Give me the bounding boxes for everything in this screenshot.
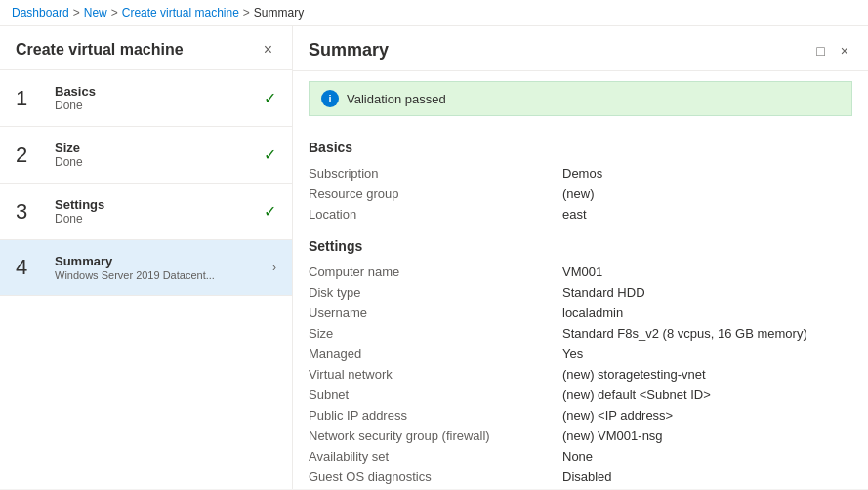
value-resource-group: (new) <box>562 186 595 201</box>
label-username: Username <box>309 306 562 320</box>
basics-table: Subscription Demos Resource group (new) … <box>309 163 852 225</box>
table-row: Network security group (firewall) (new) … <box>309 426 852 446</box>
breadcrumb-summary: Summary <box>254 6 304 20</box>
table-row: Resource group (new) <box>309 184 852 204</box>
label-resource-group: Resource group <box>309 186 562 201</box>
value-availability-set: None <box>562 449 593 464</box>
step-item-1[interactable]: 1 Basics Done ✓ <box>0 70 292 127</box>
step-number-4: 4 <box>16 255 47 280</box>
label-managed: Managed <box>309 347 562 361</box>
main-container: Create virtual machine × 1 Basics Done ✓… <box>0 26 868 489</box>
step-subtitle-4: Windows Server 2019 Datacent... <box>55 269 265 281</box>
step-name-1: Basics <box>55 84 256 99</box>
step-status-1: Done <box>55 99 256 112</box>
breadcrumb-sep-2: > <box>111 6 118 20</box>
table-row: Virtual network (new) storagetesting-vne… <box>309 364 852 385</box>
summary-content: Basics Subscription Demos Resource group… <box>293 126 868 489</box>
step-check-3: ✓ <box>264 202 276 221</box>
value-virtual-network: (new) storagetesting-vnet <box>562 367 706 382</box>
step-check-1: ✓ <box>264 89 276 107</box>
table-row: Subnet (new) default <Subnet ID> <box>309 385 852 405</box>
value-disk-type: Standard HDD <box>562 285 645 300</box>
table-row: Guest OS diagnostics Disabled <box>309 467 852 487</box>
label-size: Size <box>309 326 562 341</box>
validation-text: Validation passed <box>347 92 446 106</box>
step-chevron-4: › <box>272 261 276 274</box>
step-name-4: Summary <box>55 254 265 268</box>
wizard-title: Create virtual machine <box>16 41 184 59</box>
step-content-4: Summary Windows Server 2019 Datacent... <box>55 254 265 281</box>
label-subscription: Subscription <box>309 166 562 181</box>
section-title-settings: Settings <box>309 238 852 254</box>
step-name-2: Size <box>55 141 256 155</box>
table-row: Public IP address (new) <IP address> <box>309 405 852 426</box>
label-virtual-network: Virtual network <box>309 367 562 382</box>
value-username: localadmin <box>562 306 623 320</box>
value-public-ip: (new) <IP address> <box>562 408 673 423</box>
breadcrumb-new[interactable]: New <box>84 6 107 20</box>
step-list: 1 Basics Done ✓ 2 Size Done ✓ 3 <box>0 70 292 489</box>
wizard-close-button[interactable]: × <box>260 40 276 60</box>
value-size: Standard F8s_v2 (8 vcpus, 16 GB memory) <box>562 326 807 341</box>
table-row: Location east <box>309 204 852 225</box>
label-location: Location <box>309 207 562 222</box>
label-availability-set: Availability set <box>309 449 562 464</box>
breadcrumb-create-vm[interactable]: Create virtual machine <box>122 6 239 20</box>
step-check-2: ✓ <box>264 145 276 164</box>
close-button[interactable]: × <box>837 41 852 61</box>
table-row: Boot diagnostics Enabled <box>309 487 852 489</box>
value-managed: Yes <box>562 347 583 361</box>
label-guest-os: Guest OS diagnostics <box>309 470 562 484</box>
settings-table: Computer name VM001 Disk type Standard H… <box>309 262 852 489</box>
label-disk-type: Disk type <box>309 285 562 300</box>
table-row: Availability set None <box>309 446 852 467</box>
value-nsg: (new) VM001-nsg <box>562 429 663 443</box>
value-location: east <box>562 207 587 222</box>
table-row: Username localadmin <box>309 303 852 323</box>
right-header: Summary □ × <box>293 26 868 71</box>
left-panel: Create virtual machine × 1 Basics Done ✓… <box>0 26 293 489</box>
value-subscription: Demos <box>562 166 602 181</box>
summary-title: Summary <box>309 40 389 61</box>
step-number-2: 2 <box>16 143 47 168</box>
label-nsg: Network security group (firewall) <box>309 429 562 443</box>
value-subnet: (new) default <Subnet ID> <box>562 388 711 402</box>
right-header-icons: □ × <box>812 41 852 61</box>
table-row: Computer name VM001 <box>309 262 852 282</box>
step-status-2: Done <box>55 155 256 169</box>
section-title-basics: Basics <box>309 140 852 155</box>
step-content-1: Basics Done <box>55 84 256 112</box>
label-computer-name: Computer name <box>309 265 562 279</box>
label-public-ip: Public IP address <box>309 408 562 423</box>
step-item-3[interactable]: 3 Settings Done ✓ <box>0 184 292 240</box>
table-row: Subscription Demos <box>309 163 852 184</box>
table-row: Disk type Standard HDD <box>309 282 852 303</box>
step-number-1: 1 <box>16 86 47 111</box>
step-status-3: Done <box>55 212 256 225</box>
validation-bar: i Validation passed <box>309 81 852 116</box>
right-panel: Summary □ × i Validation passed Basics S… <box>293 26 868 489</box>
value-computer-name: VM001 <box>562 265 602 279</box>
value-guest-os: Disabled <box>562 470 612 484</box>
breadcrumb-sep-3: > <box>243 6 250 20</box>
table-row: Size Standard F8s_v2 (8 vcpus, 16 GB mem… <box>309 323 852 344</box>
info-icon: i <box>321 90 339 107</box>
maximize-button[interactable]: □ <box>812 41 828 61</box>
step-name-3: Settings <box>55 197 256 212</box>
step-number-3: 3 <box>16 199 47 225</box>
step-item-4[interactable]: 4 Summary Windows Server 2019 Datacent..… <box>0 240 292 296</box>
breadcrumb-dashboard[interactable]: Dashboard <box>12 6 69 20</box>
step-content-3: Settings Done <box>55 197 256 225</box>
breadcrumb: Dashboard > New > Create virtual machine… <box>0 0 868 26</box>
breadcrumb-sep-1: > <box>73 6 80 20</box>
left-header: Create virtual machine × <box>0 26 292 70</box>
step-content-2: Size Done <box>55 141 256 169</box>
step-item-2[interactable]: 2 Size Done ✓ <box>0 127 292 184</box>
label-subnet: Subnet <box>309 388 562 402</box>
table-row: Managed Yes <box>309 344 852 364</box>
